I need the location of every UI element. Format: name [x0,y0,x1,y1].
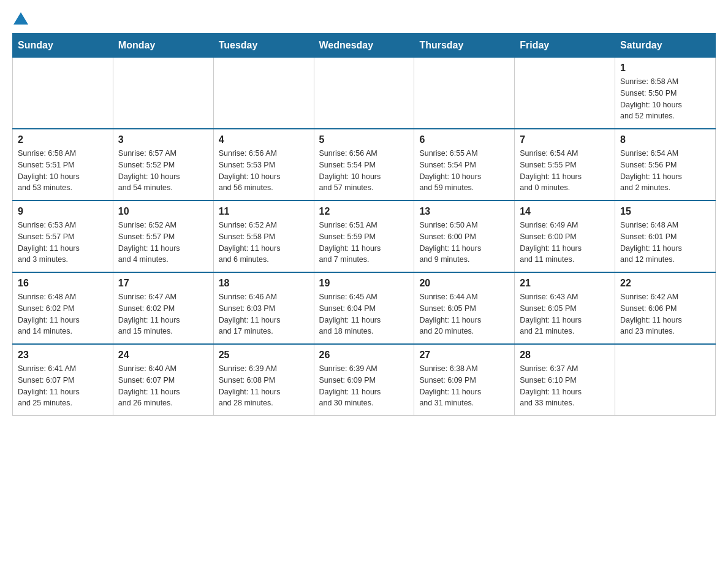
day-info: Sunrise: 6:58 AM Sunset: 5:50 PM Dayligh… [620,76,710,122]
day-info: Sunrise: 6:39 AM Sunset: 6:09 PM Dayligh… [319,363,409,409]
calendar-cell: 16Sunrise: 6:48 AM Sunset: 6:02 PM Dayli… [13,272,113,344]
calendar-cell: 15Sunrise: 6:48 AM Sunset: 6:01 PM Dayli… [615,201,716,272]
day-number: 26 [319,350,409,361]
day-info: Sunrise: 6:58 AM Sunset: 5:51 PM Dayligh… [18,148,108,194]
calendar-cell: 8Sunrise: 6:54 AM Sunset: 5:56 PM Daylig… [615,129,716,201]
calendar-cell: 20Sunrise: 6:44 AM Sunset: 6:05 PM Dayli… [414,272,515,344]
day-info: Sunrise: 6:55 AM Sunset: 5:54 PM Dayligh… [419,148,509,194]
calendar-cell: 1Sunrise: 6:58 AM Sunset: 5:50 PM Daylig… [615,58,716,129]
day-header-friday: Friday [515,34,615,58]
day-info: Sunrise: 6:48 AM Sunset: 6:02 PM Dayligh… [18,291,108,337]
calendar-cell [213,58,314,129]
day-number: 11 [219,206,309,217]
calendar-cell: 18Sunrise: 6:46 AM Sunset: 6:03 PM Dayli… [213,272,314,344]
day-number: 2 [18,134,108,145]
day-number: 14 [520,206,610,217]
calendar-week-row: 2Sunrise: 6:58 AM Sunset: 5:51 PM Daylig… [13,129,716,201]
day-number: 17 [118,278,208,289]
calendar-week-row: 23Sunrise: 6:41 AM Sunset: 6:07 PM Dayli… [13,344,716,416]
calendar-cell: 9Sunrise: 6:53 AM Sunset: 5:57 PM Daylig… [13,201,113,272]
day-info: Sunrise: 6:52 AM Sunset: 5:57 PM Dayligh… [118,220,208,266]
calendar-cell [113,58,213,129]
calendar-cell: 12Sunrise: 6:51 AM Sunset: 5:59 PM Dayli… [314,201,414,272]
day-info: Sunrise: 6:37 AM Sunset: 6:10 PM Dayligh… [520,363,610,409]
day-info: Sunrise: 6:45 AM Sunset: 6:04 PM Dayligh… [319,291,409,337]
calendar-cell: 11Sunrise: 6:52 AM Sunset: 5:58 PM Dayli… [213,201,314,272]
calendar-cell: 27Sunrise: 6:38 AM Sunset: 6:09 PM Dayli… [414,344,515,416]
calendar-week-row: 9Sunrise: 6:53 AM Sunset: 5:57 PM Daylig… [13,201,716,272]
day-number: 1 [620,63,710,74]
day-number: 16 [18,278,108,289]
day-header-thursday: Thursday [414,34,515,58]
day-number: 19 [319,278,409,289]
day-header-monday: Monday [113,34,213,58]
day-info: Sunrise: 6:48 AM Sunset: 6:01 PM Dayligh… [620,220,710,266]
day-number: 18 [219,278,309,289]
day-info: Sunrise: 6:53 AM Sunset: 5:57 PM Dayligh… [18,220,108,266]
calendar-cell: 23Sunrise: 6:41 AM Sunset: 6:07 PM Dayli… [13,344,113,416]
day-info: Sunrise: 6:54 AM Sunset: 5:56 PM Dayligh… [620,148,710,194]
day-number: 12 [319,206,409,217]
day-header-sunday: Sunday [13,34,113,58]
day-number: 6 [419,134,509,145]
day-number: 23 [18,350,108,361]
logo-triangle-icon [13,12,28,25]
calendar-cell: 19Sunrise: 6:45 AM Sunset: 6:04 PM Dayli… [314,272,414,344]
day-info: Sunrise: 6:51 AM Sunset: 5:59 PM Dayligh… [319,220,409,266]
day-number: 13 [419,206,509,217]
calendar-cell [615,344,716,416]
calendar-cell: 6Sunrise: 6:55 AM Sunset: 5:54 PM Daylig… [414,129,515,201]
day-number: 10 [118,206,208,217]
calendar-cell: 10Sunrise: 6:52 AM Sunset: 5:57 PM Dayli… [113,201,213,272]
day-info: Sunrise: 6:57 AM Sunset: 5:52 PM Dayligh… [118,148,208,194]
day-info: Sunrise: 6:44 AM Sunset: 6:05 PM Dayligh… [419,291,509,337]
day-number: 5 [319,134,409,145]
day-number: 3 [118,134,208,145]
calendar-cell: 28Sunrise: 6:37 AM Sunset: 6:10 PM Dayli… [515,344,615,416]
day-header-wednesday: Wednesday [314,34,414,58]
calendar-cell: 4Sunrise: 6:56 AM Sunset: 5:53 PM Daylig… [213,129,314,201]
day-info: Sunrise: 6:46 AM Sunset: 6:03 PM Dayligh… [219,291,309,337]
day-number: 21 [520,278,610,289]
day-header-tuesday: Tuesday [213,34,314,58]
day-number: 27 [419,350,509,361]
page-header [12,12,716,27]
calendar-cell: 13Sunrise: 6:50 AM Sunset: 6:00 PM Dayli… [414,201,515,272]
calendar-cell: 5Sunrise: 6:56 AM Sunset: 5:54 PM Daylig… [314,129,414,201]
day-number: 7 [520,134,610,145]
day-info: Sunrise: 6:56 AM Sunset: 5:53 PM Dayligh… [219,148,309,194]
day-info: Sunrise: 6:39 AM Sunset: 6:08 PM Dayligh… [219,363,309,409]
day-number: 28 [520,350,610,361]
calendar-week-row: 1Sunrise: 6:58 AM Sunset: 5:50 PM Daylig… [13,58,716,129]
day-info: Sunrise: 6:42 AM Sunset: 6:06 PM Dayligh… [620,291,710,337]
calendar-cell: 2Sunrise: 6:58 AM Sunset: 5:51 PM Daylig… [13,129,113,201]
day-number: 15 [620,206,710,217]
calendar-cell: 3Sunrise: 6:57 AM Sunset: 5:52 PM Daylig… [113,129,213,201]
calendar-cell [515,58,615,129]
day-number: 22 [620,278,710,289]
day-number: 24 [118,350,208,361]
calendar-cell: 21Sunrise: 6:43 AM Sunset: 6:05 PM Dayli… [515,272,615,344]
day-info: Sunrise: 6:40 AM Sunset: 6:07 PM Dayligh… [118,363,208,409]
day-info: Sunrise: 6:50 AM Sunset: 6:00 PM Dayligh… [419,220,509,266]
calendar-header-row: SundayMondayTuesdayWednesdayThursdayFrid… [13,34,716,58]
calendar-cell [414,58,515,129]
day-info: Sunrise: 6:52 AM Sunset: 5:58 PM Dayligh… [219,220,309,266]
calendar-week-row: 16Sunrise: 6:48 AM Sunset: 6:02 PM Dayli… [13,272,716,344]
calendar-cell [314,58,414,129]
day-number: 8 [620,134,710,145]
day-info: Sunrise: 6:41 AM Sunset: 6:07 PM Dayligh… [18,363,108,409]
calendar-cell [13,58,113,129]
calendar-cell: 26Sunrise: 6:39 AM Sunset: 6:09 PM Dayli… [314,344,414,416]
calendar-cell: 7Sunrise: 6:54 AM Sunset: 5:55 PM Daylig… [515,129,615,201]
calendar-cell: 14Sunrise: 6:49 AM Sunset: 6:00 PM Dayli… [515,201,615,272]
logo [12,12,28,27]
day-info: Sunrise: 6:47 AM Sunset: 6:02 PM Dayligh… [118,291,208,337]
day-number: 25 [219,350,309,361]
day-info: Sunrise: 6:56 AM Sunset: 5:54 PM Dayligh… [319,148,409,194]
day-number: 4 [219,134,309,145]
calendar-cell: 24Sunrise: 6:40 AM Sunset: 6:07 PM Dayli… [113,344,213,416]
day-number: 9 [18,206,108,217]
calendar-cell: 17Sunrise: 6:47 AM Sunset: 6:02 PM Dayli… [113,272,213,344]
calendar-cell: 25Sunrise: 6:39 AM Sunset: 6:08 PM Dayli… [213,344,314,416]
